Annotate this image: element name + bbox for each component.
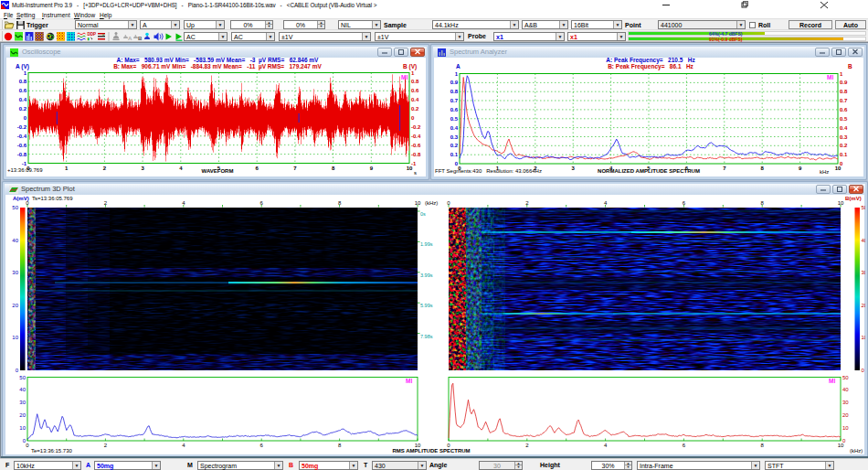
- svg-text:s: s: [414, 170, 417, 176]
- svg-text:0.1: 0.1: [840, 152, 848, 157]
- svg-text:0.2: 0.2: [411, 106, 419, 112]
- svg-text:4: 4: [182, 443, 185, 448]
- svg-text:1: 1: [24, 70, 27, 76]
- svg-text:0: 0: [24, 115, 27, 121]
- svg-text:-0.2: -0.2: [411, 124, 421, 130]
- svg-text:-0.6: -0.6: [17, 143, 27, 148]
- svg-text:▮: ▮: [88, 37, 90, 41]
- svg-text:4: 4: [604, 443, 608, 448]
- svg-text:6: 6: [683, 443, 686, 448]
- svg-text:(kHz): (kHz): [850, 448, 863, 454]
- svg-text:1: 1: [840, 71, 843, 77]
- svg-text:0.4: 0.4: [840, 125, 848, 131]
- svg-text:0.4: 0.4: [411, 97, 419, 102]
- svg-text:kHz: kHz: [820, 169, 829, 175]
- svg-text:0.8: 0.8: [411, 79, 419, 84]
- svg-text:Ts=13:36:05.769: Ts=13:36:05.769: [32, 196, 73, 201]
- svg-text:-0.4: -0.4: [17, 134, 27, 139]
- svg-text:30: 30: [19, 400, 26, 405]
- svg-text:10: 10: [12, 335, 18, 340]
- svg-text:0.8: 0.8: [19, 79, 27, 84]
- svg-text:50: 50: [862, 205, 866, 210]
- svg-text:1.99s: 1.99s: [420, 241, 433, 247]
- svg-text:2: 2: [103, 166, 107, 171]
- svg-text:B: B: [138, 36, 143, 41]
- svg-text:0.6: 0.6: [450, 107, 459, 112]
- svg-text:0.6: 0.6: [411, 88, 419, 93]
- svg-text:Te=13:36:15.730: Te=13:36:15.730: [31, 448, 73, 454]
- svg-text:7: 7: [293, 166, 297, 171]
- svg-text:MI: MI: [829, 378, 835, 384]
- svg-text:6: 6: [256, 166, 259, 171]
- svg-text:0.4: 0.4: [19, 97, 27, 102]
- svg-text:40: 40: [842, 387, 849, 392]
- svg-text:0: 0: [411, 115, 415, 121]
- svg-text:0.9: 0.9: [840, 80, 848, 85]
- svg-text:0: 0: [862, 368, 865, 373]
- svg-text:10: 10: [862, 335, 866, 340]
- svg-text:-0.4: -0.4: [411, 134, 421, 139]
- svg-text:0.5: 0.5: [840, 116, 848, 122]
- svg-text:5.99s: 5.99s: [420, 303, 433, 308]
- svg-text:B (V): B (V): [403, 63, 417, 70]
- svg-text:50: 50: [19, 375, 26, 380]
- svg-text:0.7: 0.7: [840, 98, 848, 103]
- svg-text:20: 20: [19, 412, 26, 418]
- svg-text:0.3: 0.3: [450, 134, 459, 140]
- svg-text:8: 8: [761, 443, 765, 448]
- svg-text:0.6: 0.6: [840, 107, 848, 112]
- svg-text:+13:36:09.769: +13:36:09.769: [7, 167, 43, 173]
- svg-text:8: 8: [761, 166, 765, 171]
- svg-text:A: A: [456, 63, 460, 69]
- svg-text:3: 3: [572, 166, 576, 171]
- svg-text:0: 0: [26, 443, 29, 448]
- svg-text:10: 10: [407, 166, 413, 171]
- svg-text:B: Peak Frequency= 86.1 Hz: B: Peak Frequency= 86.1 Hz: [608, 63, 693, 70]
- svg-text:3.99s: 3.99s: [420, 272, 433, 278]
- svg-text:40: 40: [12, 238, 18, 243]
- svg-text:B: B: [848, 63, 852, 69]
- svg-text:MI: MI: [827, 74, 833, 80]
- svg-text:0.7: 0.7: [450, 98, 459, 103]
- svg-text:0s: 0s: [420, 211, 426, 217]
- svg-text:1: 1: [411, 70, 415, 76]
- svg-text:MI: MI: [401, 74, 408, 80]
- svg-text:0.9: 0.9: [450, 80, 459, 85]
- svg-text:-0.6: -0.6: [411, 143, 421, 148]
- svg-text:MI: MI: [406, 378, 412, 384]
- svg-text:3: 3: [141, 166, 144, 171]
- svg-text:0.8: 0.8: [450, 89, 459, 94]
- svg-text:B(mV): B(mV): [845, 196, 862, 201]
- svg-text:10: 10: [838, 443, 844, 448]
- svg-text:B: Max= 906.71 mV Min= -88: B: Max= 906.71 mV Min= -884.83 mV Mean= …: [113, 63, 322, 70]
- svg-text:-0.8: -0.8: [411, 152, 421, 157]
- svg-text:(kHz): (kHz): [425, 200, 438, 206]
- svg-text:NORMALIZED AMPLITUDE SPECTRUM: NORMALIZED AMPLITUDE SPECTRUM: [598, 168, 700, 174]
- svg-text:30: 30: [842, 400, 849, 405]
- svg-text:FFT Segments:430 Resolution:: FFT Segments:430 Resolution: 43.0664Hz: [435, 168, 542, 174]
- svg-text:20: 20: [842, 412, 849, 418]
- svg-text:10: 10: [842, 425, 849, 431]
- svg-text:40: 40: [862, 238, 866, 243]
- svg-text:50: 50: [842, 375, 849, 380]
- svg-text:9: 9: [370, 166, 374, 171]
- svg-text:0.1: 0.1: [450, 152, 459, 157]
- svg-text:1: 1: [65, 166, 69, 171]
- svg-text:0.4: 0.4: [450, 125, 459, 131]
- svg-text:10: 10: [835, 166, 842, 171]
- svg-text:8: 8: [338, 443, 342, 448]
- svg-text:0.6: 0.6: [19, 88, 27, 93]
- svg-text:0: 0: [16, 368, 19, 373]
- svg-text:4: 4: [179, 166, 183, 171]
- svg-text:20: 20: [12, 303, 18, 308]
- svg-text:0: 0: [447, 443, 450, 448]
- svg-text:20: 20: [862, 303, 866, 308]
- svg-text:WAVEFORM: WAVEFORM: [202, 168, 234, 174]
- svg-text:30: 30: [12, 270, 18, 275]
- svg-text:2: 2: [525, 443, 529, 448]
- svg-text:0.5: 0.5: [450, 116, 459, 122]
- svg-text:7.98s: 7.98s: [420, 334, 433, 339]
- svg-text:-0.2: -0.2: [17, 124, 27, 130]
- svg-text:8: 8: [332, 166, 335, 171]
- svg-text:RMS AMPLITUDE SPECTRUM: RMS AMPLITUDE SPECTRUM: [392, 448, 470, 454]
